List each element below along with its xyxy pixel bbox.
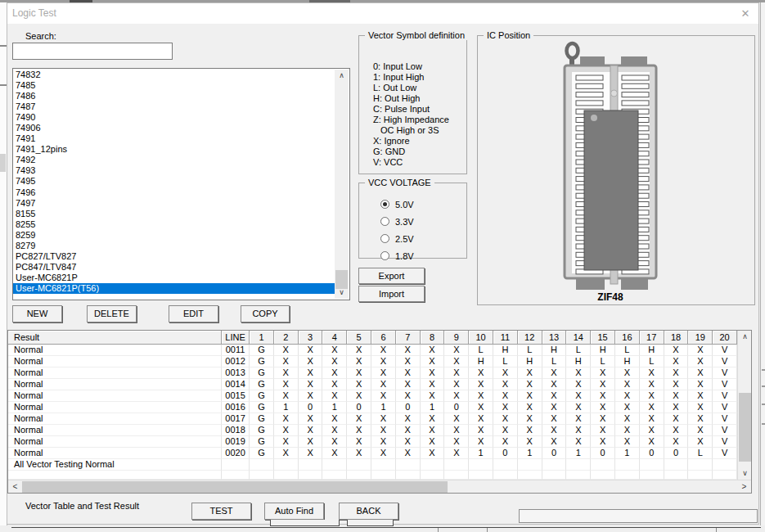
search-input[interactable] (12, 43, 173, 60)
table-row[interactable]: All Vector Testing Normal (8, 459, 737, 471)
table-cell: Normal (8, 345, 222, 356)
list-item[interactable]: 7495 (13, 176, 335, 187)
list-item[interactable]: 7491_12pins (13, 144, 335, 155)
table-cell: X (688, 356, 713, 367)
column-header[interactable]: 11 (493, 331, 518, 345)
list-item[interactable]: 7492 (13, 155, 335, 165)
copy-button[interactable]: COPY (241, 305, 290, 322)
vcc-option-3.3v[interactable]: 3.3V (380, 216, 414, 227)
list-item[interactable]: 7486 (13, 91, 335, 101)
list-item[interactable]: 7497 (13, 198, 335, 209)
list-item[interactable]: 7493 (13, 165, 335, 176)
column-header[interactable]: LINE (222, 331, 250, 345)
table-cell: H (640, 345, 664, 356)
table-row[interactable]: Normal0016G10101010XXXXXXXXXXV (8, 402, 737, 413)
list-item[interactable]: 74832 (13, 70, 335, 80)
vector-table[interactable]: ResultLINE123456789101112131415161718192… (7, 330, 752, 494)
column-header[interactable]: Result (8, 331, 222, 345)
table-row[interactable]: Normal0017GXXXXXXXXXXXXXXXXXXV (8, 413, 737, 425)
column-header[interactable]: 13 (542, 331, 567, 345)
table-row[interactable]: Normal0013GXXXXXXXXXXXXXXXXXXV (8, 367, 737, 379)
scroll-right-icon[interactable]: > (737, 480, 751, 494)
list-item[interactable]: 7496 (13, 187, 335, 198)
table-row[interactable]: Normal0014GXXXXXXXXXXXXXXXXXXV (8, 379, 737, 390)
table-row[interactable]: Normal0019GXXXXXXXXXXXXXXXXXXV (8, 436, 737, 448)
column-header[interactable]: 12 (518, 331, 542, 345)
list-item[interactable]: PC847/LTV847 (13, 262, 335, 273)
column-header[interactable]: 3 (299, 331, 323, 345)
new-button[interactable]: NEW (12, 305, 62, 322)
export-button[interactable]: Export (358, 268, 425, 284)
list-item[interactable]: 8259 (13, 230, 335, 241)
titlebar[interactable]: Logic Test ✕ (7, 3, 758, 24)
column-header[interactable]: 18 (664, 331, 689, 345)
ic-list[interactable]: 7483274857486748774907490674917491_12pin… (12, 68, 350, 300)
column-header[interactable]: 17 (640, 331, 664, 345)
scroll-thumb[interactable] (739, 393, 751, 462)
table-cell (8, 471, 222, 480)
scroll-up-icon[interactable]: ∧ (335, 70, 349, 82)
list-item[interactable]: PC827/LTV827 (13, 251, 335, 262)
table-row[interactable]: Normal0020GXXXXXXXX101010100LV (8, 448, 737, 459)
column-header[interactable]: 19 (688, 331, 713, 345)
vcc-option-5.0v[interactable]: 5.0V (380, 199, 414, 210)
table-cell (664, 459, 689, 471)
column-header[interactable]: 4 (322, 331, 347, 345)
column-header[interactable]: 20 (713, 331, 737, 345)
column-header[interactable]: 10 (469, 331, 493, 345)
column-header[interactable]: 8 (421, 331, 445, 345)
ic-position-groupbox: IC Position ZIF48 (477, 35, 755, 305)
table-row[interactable]: Normal0012GXXXXXXXXHLHLHLHLXXV (8, 356, 737, 367)
column-header[interactable]: 1 (250, 331, 274, 345)
table-row[interactable]: Normal0015GXXXXXXXXXXXXXXXXXXV (8, 390, 737, 402)
table-row[interactable]: Normal0018GXXXXXXXXXXXXXXXXXXV (8, 425, 737, 436)
scroll-down-icon[interactable]: ∨ (738, 467, 752, 480)
scroll-up-icon[interactable]: ∧ (738, 331, 752, 343)
close-icon[interactable]: ✕ (736, 5, 754, 22)
table-cell (518, 459, 542, 471)
list-item[interactable]: 7491 (13, 133, 335, 144)
import-button[interactable]: Import (358, 286, 425, 302)
list-item[interactable]: 8155 (13, 209, 335, 219)
table-vscrollbar[interactable]: ∧ ∨ (737, 331, 751, 480)
radio-icon[interactable] (380, 251, 389, 260)
list-item[interactable]: User-MC6821P (13, 273, 335, 283)
column-header[interactable]: 7 (396, 331, 421, 345)
table-cell: X (591, 413, 615, 425)
delete-button[interactable]: DELETE (87, 305, 137, 322)
table-cell: X (371, 448, 396, 459)
column-header[interactable]: 16 (615, 331, 640, 345)
back-button[interactable]: BACK (339, 503, 398, 520)
table-cell: X (421, 345, 445, 356)
list-item-selected[interactable]: User-MC6821P(T56) (13, 283, 335, 294)
edit-button[interactable]: EDIT (169, 305, 218, 322)
vcc-option-2.5v[interactable]: 2.5V (380, 233, 414, 244)
list-item[interactable]: 8255 (13, 219, 335, 230)
radio-icon[interactable] (380, 234, 389, 243)
scroll-down-icon[interactable]: ∨ (335, 286, 349, 299)
radio-icon[interactable] (380, 217, 389, 226)
table-cell (493, 471, 518, 480)
list-item[interactable]: 74906 (13, 123, 335, 133)
scroll-left-icon[interactable]: < (8, 480, 22, 494)
scroll-thumb[interactable] (22, 481, 448, 493)
list-item[interactable]: 7487 (13, 101, 335, 112)
list-item[interactable]: 7485 (13, 80, 335, 91)
list-item[interactable]: 8279 (13, 241, 335, 251)
table-hscrollbar[interactable]: < > (8, 480, 751, 493)
column-header[interactable]: 6 (371, 331, 396, 345)
table-row[interactable]: Normal0011GXXXXXXXXLHLHLHLHXXV (8, 345, 737, 356)
vcc-option-1.8v[interactable]: 1.8V (380, 250, 414, 261)
radio-icon[interactable] (380, 200, 389, 209)
table-row[interactable] (8, 471, 737, 480)
column-header[interactable]: 14 (566, 331, 591, 345)
column-header[interactable]: 15 (591, 331, 615, 345)
column-header[interactable]: 2 (274, 331, 299, 345)
list-item[interactable]: 7490 (13, 112, 335, 123)
test-button[interactable]: TEST (191, 503, 251, 520)
ic-list-scrollbar[interactable]: ∧ ∨ (335, 70, 349, 299)
column-header[interactable]: 5 (347, 331, 371, 345)
table-cell: X (444, 367, 469, 379)
column-header[interactable]: 9 (444, 331, 469, 345)
auto-find-button[interactable]: Auto Find (264, 503, 324, 520)
